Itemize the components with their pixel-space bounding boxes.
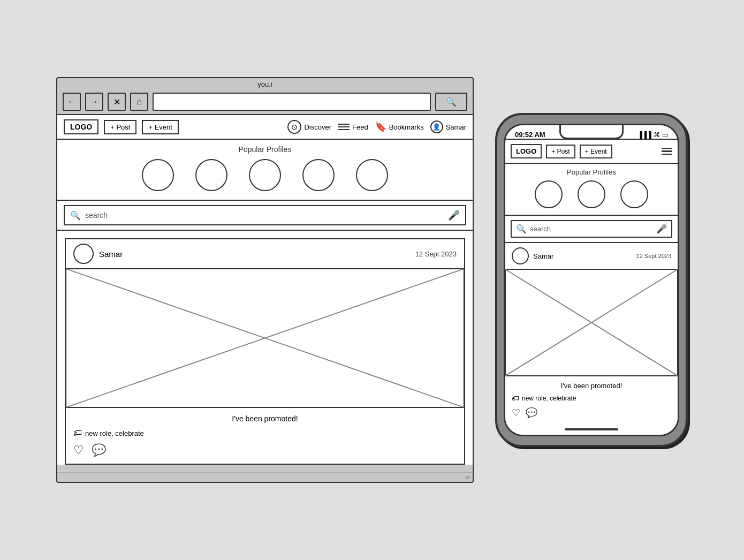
mobile-post-body: I've been promoted! 🏷 new role, celebrat…	[505, 376, 678, 424]
mobile-post-actions: ♡ 💬	[512, 407, 671, 419]
mobile-search-bar[interactable]: 🔍 search 🎤	[511, 220, 672, 238]
browser-status-bar: //	[57, 472, 473, 482]
profile-avatar-3[interactable]	[249, 159, 281, 191]
app-content: LOGO + Post + Event ⊙ Discover Feed 🔖 Bo…	[57, 114, 473, 465]
mobile-event-button[interactable]: + Event	[580, 145, 612, 158]
discover-label: Discover	[304, 123, 331, 131]
logo-button[interactable]: LOGO	[64, 119, 98, 134]
mobile-comment-button[interactable]: 💬	[526, 407, 537, 419]
post-body: I've been promoted! 🏷 new role, celebrat…	[66, 408, 464, 464]
post-author-avatar[interactable]	[73, 244, 94, 264]
phone-screen: 09:52 AM ▐▐▐ ⌘ ▭ LOGO + Post + Event Pop…	[504, 124, 679, 436]
mobile-post-header: Samar 12 Sept 2023	[505, 243, 678, 269]
nav-icon-group: ⊙ Discover Feed 🔖 Bookmarks 👤 Samar	[287, 120, 466, 134]
phone-home-bar	[505, 424, 678, 435]
profile-avatar-5[interactable]	[356, 159, 388, 191]
mobile-search-placeholder: search	[530, 225, 653, 233]
browser-frame: you.i ← → ✕ ⌂ 🔍 LOGO + Post + Event	[56, 77, 474, 483]
search-magnifier-icon: 🔍	[70, 210, 81, 221]
profiles-row	[68, 159, 462, 191]
tag-icon: 🏷	[73, 428, 82, 438]
mobile-post-caption: I've been promoted!	[512, 382, 671, 390]
discover-nav-item[interactable]: ⊙ Discover	[287, 120, 331, 134]
home-bar-indicator	[565, 428, 618, 430]
feed-label: Feed	[352, 123, 368, 131]
mobile-popular-profiles-title: Popular Profiles	[513, 168, 670, 176]
mobile-logo-button[interactable]: LOGO	[511, 144, 542, 158]
post-tag: 🏷 new role, celebrate	[73, 428, 457, 438]
bookmarks-label: Bookmarks	[389, 123, 424, 131]
post-actions: ♡ 💬	[73, 443, 457, 457]
user-nav-item[interactable]: 👤 Samar	[430, 120, 466, 133]
compass-icon: ⊙	[287, 120, 301, 134]
mobile-search-icon: 🔍	[516, 224, 527, 234]
resize-icon: //	[464, 473, 472, 481]
wifi-icon: ⌘	[654, 131, 660, 139]
browser-title: you.i	[257, 80, 272, 88]
back-button[interactable]: ←	[63, 93, 81, 111]
home-icon: ⌂	[136, 97, 142, 107]
mobile-post-card: Samar 12 Sept 2023 I've been promoted! 🏷…	[505, 243, 678, 424]
like-button[interactable]: ♡	[73, 443, 84, 457]
browser-toolbar: ← → ✕ ⌂ 🔍	[57, 89, 473, 114]
post-user: Samar	[73, 244, 123, 264]
post-header: Samar 12 Sept 2023	[66, 239, 464, 269]
user-label: Samar	[446, 123, 466, 131]
mobile-popular-profiles-section: Popular Profiles	[505, 164, 678, 216]
search-bar[interactable]: 🔍 search 🎤	[64, 205, 466, 225]
mobile-post-tag: 🏷 new role, celebrate	[512, 394, 671, 403]
search-icon: 🔍	[446, 97, 457, 107]
browser-title-bar: you.i	[57, 78, 473, 89]
phone-status-icons: ▐▐▐ ⌘ ▭	[637, 131, 668, 139]
mobile-like-button[interactable]: ♡	[512, 407, 520, 419]
home-button[interactable]: ⌂	[130, 93, 148, 111]
popular-profiles-section: Popular Profiles	[57, 140, 473, 201]
comment-button[interactable]: 💬	[92, 443, 106, 457]
mobile-tag-text: new role, celebrate	[522, 395, 576, 402]
post-button[interactable]: + Post	[104, 120, 136, 134]
search-bar-container: 🔍 search 🎤	[57, 201, 473, 231]
feed-nav-item[interactable]: Feed	[338, 123, 368, 131]
app-navbar: LOGO + Post + Event ⊙ Discover Feed 🔖 Bo…	[57, 115, 473, 140]
profile-avatar-4[interactable]	[302, 159, 335, 191]
event-button[interactable]: + Event	[142, 120, 178, 134]
post-card: Samar 12 Sept 2023 I've been promoted! 🏷…	[65, 238, 465, 465]
tag-text: new role, celebrate	[85, 429, 144, 437]
forward-button[interactable]: →	[85, 93, 103, 111]
bookmark-icon: 🔖	[375, 121, 386, 133]
phone-time: 09:52 AM	[515, 131, 545, 139]
profile-avatar-1[interactable]	[142, 159, 174, 191]
mobile-post-author-avatar[interactable]	[512, 247, 529, 264]
mobile-app-navbar: LOGO + Post + Event	[505, 139, 678, 164]
mobile-microphone-icon[interactable]: 🎤	[656, 224, 667, 234]
profile-avatar-2[interactable]	[195, 159, 227, 191]
mobile-menu-button[interactable]	[662, 148, 672, 155]
mobile-profile-avatar-3[interactable]	[620, 180, 648, 208]
close-icon: ✕	[113, 97, 120, 107]
mobile-search-container: 🔍 search 🎤	[505, 216, 678, 243]
mobile-profiles-row	[513, 180, 670, 208]
post-username: Samar	[99, 249, 123, 259]
phone-status-bar: 09:52 AM ▐▐▐ ⌘ ▭	[505, 125, 678, 139]
battery-icon: ▭	[662, 131, 668, 139]
post-caption: I've been promoted!	[73, 414, 457, 423]
back-icon: ←	[67, 97, 76, 107]
user-avatar-icon: 👤	[430, 120, 443, 133]
post-image	[66, 269, 464, 408]
mobile-post-button[interactable]: + Post	[546, 145, 575, 158]
mobile-profile-avatar-1[interactable]	[535, 180, 563, 208]
close-button[interactable]: ✕	[108, 93, 126, 111]
address-bar[interactable]	[153, 93, 431, 111]
phone-device: 09:52 AM ▐▐▐ ⌘ ▭ LOGO + Post + Event Pop…	[495, 113, 688, 447]
popular-profiles-title: Popular Profiles	[68, 145, 462, 154]
mobile-post-username: Samar	[533, 252, 553, 260]
mobile-post-date: 12 Sept 2023	[636, 253, 671, 259]
forward-icon: →	[90, 97, 98, 107]
mobile-profile-avatar-2[interactable]	[578, 180, 605, 208]
post-date: 12 Sept 2023	[415, 250, 457, 258]
browser-search-button[interactable]: 🔍	[435, 93, 467, 111]
mobile-tag-icon: 🏷	[512, 394, 519, 403]
microphone-icon[interactable]: 🎤	[448, 209, 460, 221]
bookmarks-nav-item[interactable]: 🔖 Bookmarks	[375, 121, 424, 133]
signal-icon: ▐▐▐	[637, 131, 651, 139]
